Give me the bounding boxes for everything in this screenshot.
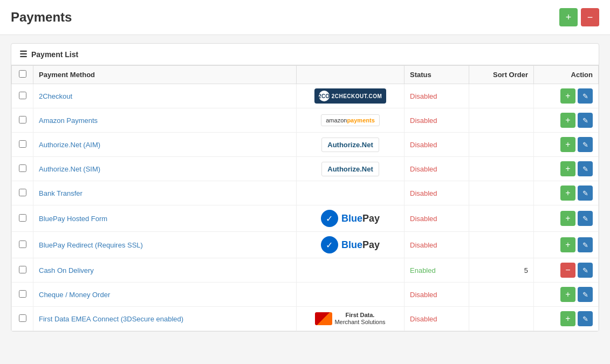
payment-method-link[interactable]: Cash On Delivery [39,266,94,274]
row-plus-button[interactable]: + [560,113,575,128]
row-status: Disabled [405,108,469,133]
col-status: Status [405,66,469,84]
row-logo-cell: Authorize.Net [297,157,405,181]
row-checkbox[interactable] [19,214,26,222]
row-sort-order [469,84,534,108]
row-payment-name: Cheque / Money Order [33,283,297,307]
row-status: Disabled [405,307,469,331]
row-checkbox[interactable] [19,290,26,298]
row-checkbox[interactable] [19,164,26,172]
row-plus-button[interactable]: + [560,137,575,152]
header-plus-button[interactable]: + [559,8,578,26]
row-sort-order [469,232,534,258]
row-checkbox-cell [12,232,33,258]
row-sort-order: 5 [469,258,534,283]
row-checkbox[interactable] [19,116,26,123]
row-checkbox[interactable] [19,92,26,99]
header-buttons: + − [559,8,599,26]
table-row: Cheque / Money Order Disabled + ✎ [12,283,599,307]
panel-heading: ☰ Payment List [11,44,599,65]
panel-title: Payment List [31,50,78,59]
row-payment-name: 2Checkout [33,84,297,108]
row-checkbox[interactable] [19,189,26,196]
row-action-cell: − ✎ [534,258,599,283]
row-edit-button[interactable]: ✎ [578,237,593,252]
row-payment-name: First Data EMEA Connect (3DSecure enable… [33,307,297,331]
row-logo-cell: ✓ BluePay [297,205,405,232]
table-row: Bank Transfer Disabled + ✎ [12,181,599,205]
table-header-row: Payment Method Status Sort Order Action [12,66,599,84]
row-checkbox-cell [12,133,33,157]
payment-method-link[interactable]: Cheque / Money Order [39,291,110,299]
table-row: BluePay Redirect (Requires SSL) ✓ BluePa… [12,232,599,258]
col-checkbox [12,66,33,84]
row-plus-button[interactable]: + [560,88,575,104]
row-edit-button[interactable]: ✎ [578,113,593,128]
page-header: Payments + − [0,0,610,35]
table-row: Cash On Delivery Enabled 5 − ✎ [12,258,599,283]
payment-method-link[interactable]: 2Checkout [39,92,72,100]
col-logo [297,66,405,84]
row-checkbox[interactable] [19,314,26,322]
row-sort-order [469,205,534,232]
row-checkbox-cell [12,205,33,232]
row-logo-cell: First Data.Merchant Solutions [297,307,405,331]
row-payment-name: Bank Transfer [33,181,297,205]
row-edit-button[interactable]: ✎ [578,137,593,152]
payment-method-link[interactable]: Bank Transfer [39,189,83,197]
row-checkbox-cell [12,84,33,108]
payment-method-link[interactable]: BluePay Redirect (Requires SSL) [39,241,143,249]
row-checkbox[interactable] [19,140,26,148]
row-plus-button[interactable]: + [560,161,575,176]
row-status: Disabled [405,84,469,108]
main-content: ☰ Payment List Payment Method Status Sor… [0,35,610,340]
row-action-cell: + ✎ [534,157,599,181]
payment-method-link[interactable]: Authorize.Net (SIM) [39,165,100,173]
row-checkbox[interactable] [19,241,26,248]
row-plus-button[interactable]: + [560,311,575,326]
payments-table: Payment Method Status Sort Order Action … [11,65,599,331]
payment-method-link[interactable]: BluePay Hosted Form [39,215,107,223]
row-action-cell: + ✎ [534,108,599,133]
row-status: Enabled [405,258,469,283]
row-plus-button[interactable]: + [560,237,575,252]
row-edit-button[interactable]: ✎ [578,311,593,326]
row-checkbox-cell [12,258,33,283]
row-logo-cell: Authorize.Net [297,133,405,157]
row-edit-button[interactable]: ✎ [578,287,593,302]
table-row: BluePay Hosted Form ✓ BluePay Disabled +… [12,205,599,232]
table-row: Authorize.Net (AIM) Authorize.Net Disabl… [12,133,599,157]
row-checkbox[interactable] [19,266,26,273]
row-checkbox-cell [12,108,33,133]
row-payment-name: Authorize.Net (SIM) [33,157,297,181]
row-plus-button[interactable]: + [560,211,575,226]
row-checkbox-cell [12,283,33,307]
row-logo-cell: 2CO 2CHECKOUT.COM [297,84,405,108]
row-checkbox-cell [12,307,33,331]
row-plus-button[interactable]: + [560,186,575,201]
page-title: Payments [11,10,72,25]
row-minus-button[interactable]: − [560,263,575,278]
row-action-cell: + ✎ [534,133,599,157]
row-checkbox-cell [12,181,33,205]
select-all-checkbox[interactable] [19,70,26,78]
row-edit-button[interactable]: ✎ [578,211,593,226]
payment-method-link[interactable]: First Data EMEA Connect (3DSecure enable… [39,315,183,323]
row-edit-button[interactable]: ✎ [578,186,593,201]
row-logo-cell [297,181,405,205]
payment-method-link[interactable]: Amazon Payments [39,116,98,125]
row-payment-name: BluePay Hosted Form [33,205,297,232]
table-row: First Data EMEA Connect (3DSecure enable… [12,307,599,331]
col-sort-order: Sort Order [469,66,534,84]
header-minus-button[interactable]: − [581,8,599,26]
row-payment-name: Amazon Payments [33,108,297,133]
row-edit-button[interactable]: ✎ [578,88,593,104]
col-payment-method: Payment Method [33,66,297,84]
row-edit-button[interactable]: ✎ [578,263,593,278]
row-edit-button[interactable]: ✎ [578,161,593,176]
payment-method-link[interactable]: Authorize.Net (AIM) [39,141,100,149]
row-logo-cell [297,283,405,307]
row-sort-order [469,157,534,181]
row-plus-button[interactable]: + [560,287,575,302]
table-row: Amazon Payments amazonpayments Disabled … [12,108,599,133]
